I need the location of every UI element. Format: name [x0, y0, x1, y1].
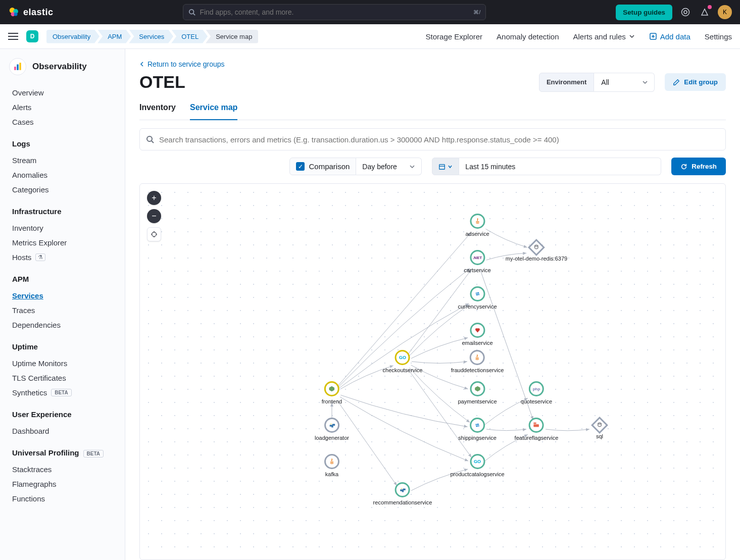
sidebar-item-categories[interactable]: Categories	[12, 182, 125, 197]
crumb-observability[interactable]: Observability	[46, 30, 100, 43]
service-node-frontend[interactable]: frontend	[322, 381, 342, 404]
alerts-rules-label: Alerts and rules	[573, 32, 626, 41]
sidebar-item-services[interactable]: Services	[12, 288, 125, 303]
chevron-left-icon	[139, 62, 144, 67]
global-search-input[interactable]	[200, 8, 473, 16]
svg-point-26	[330, 424, 331, 425]
chevron-down-icon	[629, 33, 635, 39]
crumb-otel[interactable]: OTEL	[171, 30, 208, 43]
service-node-cartservice[interactable]: .NETcartservice	[464, 250, 490, 273]
brand[interactable]: elastic	[8, 7, 54, 18]
service-node-frauddetectionservice[interactable]: frauddetectionservice	[451, 350, 504, 373]
search-icon	[188, 9, 195, 16]
add-data-icon	[649, 32, 657, 40]
global-search[interactable]: ⌘/	[183, 4, 486, 20]
service-node-productcatalogservice[interactable]: GOproductcatalogservice	[450, 454, 504, 477]
header-right: Setup guides K	[616, 5, 732, 20]
sidebar-item-tls-certificates[interactable]: TLS Certificates	[12, 371, 125, 385]
side-nav-title-row[interactable]: Observability	[9, 58, 125, 75]
sidebar-section-uptime: Uptime	[12, 342, 125, 351]
sidebar-item-synthetics[interactable]: SyntheticsBETA	[12, 385, 125, 400]
service-node-icon	[324, 454, 339, 469]
svg-point-7	[684, 11, 687, 14]
sidebar-item-stream[interactable]: Stream	[12, 153, 125, 168]
date-quick-button[interactable]	[432, 158, 459, 175]
environment-select[interactable]: Environment All	[539, 73, 655, 92]
service-node-adservice[interactable]: adservice	[465, 214, 489, 237]
avatar[interactable]: K	[718, 5, 732, 19]
tab-service-map[interactable]: Service map	[190, 98, 237, 120]
service-node-checkoutservice[interactable]: GOcheckoutservice	[383, 350, 423, 373]
return-link[interactable]: Return to service groups	[139, 60, 726, 68]
service-node-quoteservice[interactable]: phpquoteservice	[521, 381, 552, 404]
flask-icon: ⚗	[35, 253, 45, 261]
service-node-kafka[interactable]: kafka	[324, 454, 339, 477]
sidebar-item-flamegraphs[interactable]: Flamegraphs	[12, 477, 125, 491]
add-data-link[interactable]: Add data	[649, 32, 690, 41]
help-icon[interactable]	[679, 6, 692, 18]
alerts-rules-menu[interactable]: Alerts and rules	[573, 32, 635, 41]
crumb-services[interactable]: Services	[129, 30, 173, 43]
sidebar-item-overview[interactable]: Overview	[12, 85, 125, 100]
newsfeed-icon[interactable]	[699, 6, 711, 18]
service-node-icon	[324, 381, 339, 396]
sidebar-item-anomalies[interactable]: Anomalies	[12, 168, 125, 182]
refresh-button[interactable]: Refresh	[671, 158, 726, 175]
service-node-icon	[470, 214, 485, 229]
edit-group-button[interactable]: Edit group	[665, 73, 726, 91]
comparison-label: Comparison	[309, 162, 350, 171]
sidebar-item-hosts[interactable]: Hosts⚗	[12, 250, 125, 265]
sidebar-item-stacktraces[interactable]: Stacktraces	[12, 462, 125, 477]
query-bar[interactable]	[139, 128, 726, 150]
zoom-in-button[interactable]: +	[147, 191, 161, 205]
setup-guides-button[interactable]: Setup guides	[616, 5, 672, 20]
settings-link[interactable]: Settings	[705, 32, 732, 41]
zoom-out-button[interactable]: −	[147, 209, 161, 223]
comparison-toggle[interactable]: ✓ Comparison	[289, 158, 356, 175]
sidebar-item-traces[interactable]: Traces	[12, 303, 125, 318]
anomaly-detection-link[interactable]: Anomaly detection	[497, 32, 559, 41]
sidebar-item-cases[interactable]: Cases	[12, 115, 125, 129]
sidebar-item-functions[interactable]: Functions	[12, 491, 125, 506]
svg-point-27	[401, 488, 402, 489]
crumb-apm[interactable]: APM	[97, 30, 131, 43]
service-node-featureflagservice[interactable]: featureflagservice	[515, 418, 559, 441]
sidebar-section-universal-profiling: Universal ProfilingBETA	[12, 448, 125, 457]
sidebar-item-alerts[interactable]: Alerts	[12, 100, 125, 115]
sidebar-item-inventory[interactable]: Inventory	[12, 221, 125, 235]
space-selector[interactable]: D	[26, 30, 38, 42]
service-node-loadgenerator[interactable]: loadgenerator	[315, 418, 349, 441]
sidebar-item-label: Metrics Explorer	[12, 238, 67, 247]
service-node-paymentservice[interactable]: paymentservice	[458, 381, 497, 404]
comparison-select[interactable]: Day before	[356, 158, 422, 175]
service-node-recommendationservice[interactable]: recommendationservice	[373, 482, 432, 505]
tab-inventory[interactable]: Inventory	[139, 98, 176, 120]
svg-rect-28	[534, 424, 539, 427]
sidebar-item-label: TLS Certificates	[12, 374, 66, 382]
service-node-label: featureflagservice	[515, 435, 559, 441]
service-node-icon	[470, 350, 485, 365]
sidebar-item-dependencies[interactable]: Dependencies	[12, 318, 125, 332]
svg-point-18	[152, 232, 157, 237]
sidebar-item-dashboard[interactable]: Dashboard	[12, 424, 125, 438]
service-node-currencyservice[interactable]: currencyservice	[458, 286, 497, 310]
service-map[interactable]: + − adservice.NETcartservicecurrencyserv…	[139, 183, 726, 560]
sidebar-item-metrics-explorer[interactable]: Metrics Explorer	[12, 235, 125, 250]
nav-toggle-icon[interactable]	[8, 33, 18, 40]
service-node-redis[interactable]: my-otel-demo-redis:6379	[506, 241, 567, 262]
sidebar-item-uptime-monitors[interactable]: Uptime Monitors	[12, 356, 125, 371]
chevron-down-icon	[448, 164, 453, 169]
service-node-shippingservice[interactable]: shippingservice	[458, 418, 497, 441]
service-node-sql[interactable]: sql	[594, 419, 606, 439]
zoom-fit-button[interactable]	[147, 227, 161, 241]
date-range-input[interactable]: Last 15 minutes	[459, 158, 661, 175]
storage-explorer-link[interactable]: Storage Explorer	[426, 32, 483, 41]
service-node-label: sql	[596, 433, 603, 439]
service-node-emailservice[interactable]: emailservice	[462, 323, 492, 346]
breadcrumb: Observability APM Services OTEL Service …	[46, 30, 256, 43]
query-input[interactable]	[159, 135, 719, 144]
svg-line-5	[193, 14, 195, 16]
service-node-label: emailservice	[462, 340, 492, 346]
sidebar-item-label: Anomalies	[12, 171, 47, 179]
service-node-icon: GO	[395, 350, 410, 365]
